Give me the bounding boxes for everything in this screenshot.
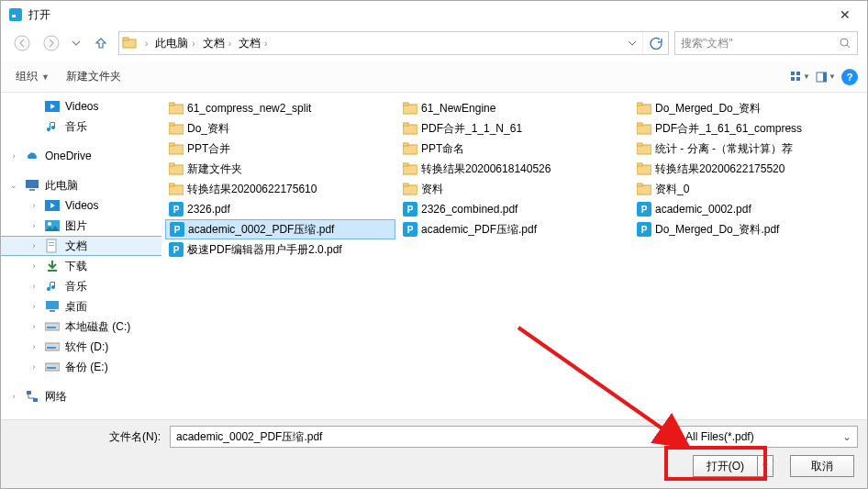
folder-item[interactable]: PPT合并 [165, 139, 395, 159]
breadcrumb-part[interactable]: 文档› [201, 32, 237, 54]
file-list: 61_compress_new2_split 61_NewEngine Do_M… [161, 93, 867, 419]
svg-rect-53 [403, 163, 408, 166]
filename-label: 文件名(N): [10, 429, 166, 445]
tree-item-child-desktop[interactable]: ›桌面 [1, 296, 161, 317]
filetype-filter[interactable]: All Files(*.pdf) ⌄ [679, 426, 858, 448]
close-button[interactable]: ✕ [827, 2, 863, 28]
folder-icon [403, 101, 417, 116]
svg-rect-9 [796, 77, 800, 81]
svg-rect-55 [637, 163, 642, 166]
folder-item[interactable]: 统计 - 分离 -（常规计算）荐 [633, 139, 863, 159]
tree-item-child-disk-d[interactable]: ›软件 (D:) [1, 337, 161, 357]
cancel-button[interactable]: 取消 [790, 455, 854, 477]
tree-item-thispc[interactable]: ⌄此电脑 [1, 175, 161, 195]
address-dropdown[interactable] [622, 39, 642, 48]
folder-icon [637, 161, 651, 176]
up-button[interactable] [89, 31, 113, 55]
back-button[interactable] [10, 31, 34, 55]
file-item[interactable]: Pacademic_PDF压缩.pdf [399, 219, 629, 239]
folder-item[interactable]: 61_compress_new2_split [165, 98, 395, 118]
svg-rect-29 [47, 367, 56, 369]
tree-item-label: 桌面 [65, 299, 87, 315]
help-button[interactable]: ? [841, 69, 858, 85]
organize-label: 组织 [16, 69, 38, 84]
recent-dropdown[interactable] [69, 31, 83, 55]
search-input[interactable]: 搜索"文档" [674, 31, 858, 55]
tree-item-child-disk-e[interactable]: ›备份 (E:) [1, 357, 161, 377]
file-item[interactable]: P2326.pdf [165, 199, 395, 219]
file-label: 资料_0 [655, 182, 689, 197]
folder-item[interactable]: 转换结果20200618140526 [399, 159, 629, 179]
file-label: 极速PDF编辑器用户手册2.0.pdf [187, 242, 342, 258]
file-label: Do_Merged_Do_资料 [655, 101, 761, 117]
preview-pane-button[interactable]: ▼ [816, 67, 836, 87]
music-icon [45, 279, 60, 294]
tree-item-child-music[interactable]: ›音乐 [1, 276, 161, 296]
tree-item-label: 图片 [65, 218, 87, 234]
svg-rect-37 [637, 103, 642, 106]
folder-item[interactable]: 转换结果20200622175520 [633, 159, 863, 179]
tree-item-videos[interactable]: Videos [1, 96, 161, 117]
folder-item[interactable]: 新建文件夹 [165, 159, 395, 179]
svg-rect-8 [791, 77, 795, 81]
breadcrumb-part[interactable]: 文档› [237, 32, 273, 54]
filter-value: All Files(*.pdf) [685, 430, 754, 443]
folder-item[interactable]: 资料_0 [633, 179, 863, 199]
svg-rect-35 [403, 103, 408, 106]
svg-rect-22 [46, 301, 59, 309]
svg-rect-45 [169, 143, 174, 146]
file-item[interactable]: Pacademic_0002_PDF压缩.pdf [165, 219, 395, 239]
file-label: 新建文件夹 [187, 161, 242, 177]
tree-item-child-disk-c[interactable]: ›本地磁盘 (C:) [1, 317, 161, 337]
open-button[interactable]: 打开(O) ▼ [693, 455, 773, 477]
folder-item[interactable]: PDF合并_1_1_N_61 [399, 118, 629, 139]
folder-item[interactable]: 资料 [399, 179, 629, 199]
file-item[interactable]: P极速PDF编辑器用户手册2.0.pdf [165, 239, 395, 260]
folder-item[interactable]: PDF合并_1_61_61_compress [633, 118, 863, 139]
tree-item-child-pictures[interactable]: ›图片 [1, 216, 161, 236]
filename-input[interactable]: academic_0002_PDF压缩.pdf ⌄ [170, 426, 670, 448]
file-label: PDF合并_1_1_N_61 [421, 121, 522, 137]
forward-button[interactable] [39, 31, 63, 55]
file-item[interactable]: P2326_combined.pdf [399, 199, 629, 219]
svg-point-17 [48, 222, 51, 226]
chevron-right-icon: › [228, 39, 231, 49]
folder-icon [169, 161, 184, 176]
tree-item-network[interactable]: ›网络 [1, 386, 161, 406]
folder-item[interactable]: Do_Merged_Do_资料 [633, 98, 863, 118]
refresh-button[interactable] [642, 32, 668, 54]
file-label: 统计 - 分离 -（常规计算）荐 [655, 141, 793, 157]
folder-item[interactable]: 转换结果20200622175610 [165, 179, 395, 199]
tree-item-label: 音乐 [65, 279, 87, 295]
folder-item[interactable]: 61_NewEngine [399, 98, 629, 118]
svg-rect-47 [403, 143, 408, 146]
file-item[interactable]: Pacademic_0002.pdf [633, 199, 863, 219]
svg-rect-4 [123, 38, 128, 40]
view-mode-button[interactable]: ▼ [790, 67, 810, 87]
pdf-icon: P [170, 222, 184, 237]
caret-down-icon: ▼ [803, 72, 810, 81]
file-label: PPT合并 [187, 141, 230, 157]
tree-item-label: 网络 [45, 389, 67, 405]
tree-item-label: 文档 [65, 239, 87, 254]
breadcrumb-box[interactable]: › 此电脑› 文档› 文档› [118, 31, 669, 55]
tree-item-child-downloads[interactable]: ›下载 [1, 256, 161, 276]
file-item[interactable]: PDo_Merged_Do_资料.pdf [633, 219, 863, 239]
tree-item-onedrive[interactable]: ›OneDrive [1, 146, 161, 166]
svg-rect-7 [796, 72, 800, 75]
downloads-icon [45, 259, 60, 273]
pdf-icon: P [169, 242, 184, 257]
caret-down-icon: ▼ [829, 72, 836, 81]
folder-item[interactable]: PPT命名 [399, 139, 629, 159]
svg-rect-61 [637, 183, 642, 186]
breadcrumb-part[interactable]: 此电脑› [153, 32, 200, 54]
new-folder-button[interactable]: 新建文件夹 [61, 66, 127, 88]
tree-item-child-documents[interactable]: ›文档 [1, 236, 161, 256]
folder-item[interactable]: Do_资料 [165, 118, 395, 139]
organize-button[interactable]: 组织▼ [10, 66, 55, 88]
folder-icon [169, 121, 184, 136]
window-title: 打开 [28, 7, 50, 23]
tree-item-music[interactable]: 音乐 [1, 117, 161, 137]
open-dropdown[interactable]: ▼ [758, 461, 773, 471]
tree-item-child-videos[interactable]: ›Videos [1, 195, 161, 216]
